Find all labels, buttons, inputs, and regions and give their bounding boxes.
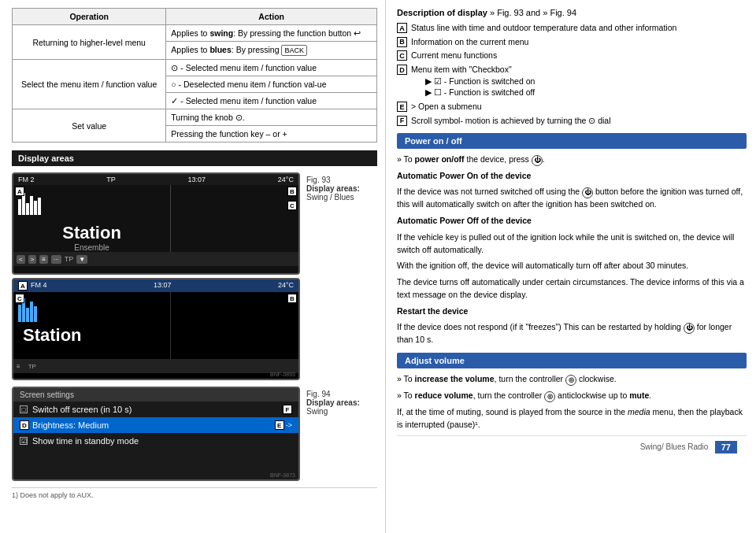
eq-bar <box>30 302 33 322</box>
action-function-key: Pressing the function key – or + <box>166 126 377 143</box>
settings-item-2-left: D Brightness: Medium <box>20 420 109 430</box>
eq-bar <box>18 305 21 322</box>
power-section-header: Power on / off <box>397 133 747 149</box>
table-row: Returning to higher-level menu Applies t… <box>13 25 377 42</box>
operation-returning: Returning to higher-level menu <box>13 25 166 60</box>
volume-para-3: If, at the time of muting, sound is play… <box>397 406 747 431</box>
operations-table: Operation Action Returning to higher-lev… <box>12 8 377 143</box>
desc-text-c: Current menu functions <box>411 50 497 61</box>
fig93-display: FM 2 TP 13:07 24°C A <box>12 172 300 380</box>
table-row: Select the menu item / function value ⊙ … <box>13 60 377 76</box>
fig93-title: Display areas: <box>306 184 377 193</box>
desc-item-d: D Menu item with "Checkbox" ▶ ☑ - Functi… <box>397 64 747 98</box>
checkbox-3[interactable]: ☑ <box>20 437 28 445</box>
nav-next[interactable]: > <box>28 255 37 264</box>
desc-text-b: Information on the current menu <box>411 36 528 48</box>
blues-time: 13:07 <box>154 281 172 291</box>
fig93-subtitle: Swing / Blues <box>306 193 377 202</box>
power-para-5: If the vehicle key is pulled out of the … <box>397 231 747 257</box>
fig94-display: Screen settings □ Switch off screen (in … <box>12 387 300 481</box>
nav-arrow[interactable]: ▼ <box>76 255 87 264</box>
settings-item-1: □ Switch off screen (in 10 s) F <box>13 402 298 417</box>
swing-left: A Station Ensemble <box>13 185 170 252</box>
footnote: 1) Does not apply to AUX. <box>12 487 377 499</box>
page-number: 77 <box>715 441 737 453</box>
nav-mode[interactable]: ··· <box>51 255 61 264</box>
blues-display: A FM 4 13:07 24°C C <box>12 278 300 380</box>
btn-icon-2: ⏻ <box>684 323 695 334</box>
settings-text-2: Brightness: Medium <box>32 420 109 430</box>
action-blues: Applies to blues: By pressing BACK <box>166 42 377 60</box>
settings-text-1: Switch off screen (in 10 s) <box>32 405 132 414</box>
fig93-label: Fig. 93 <box>306 176 377 184</box>
power-para-8: Restart the device <box>397 305 747 318</box>
swing-fm: FM 2 <box>18 176 35 183</box>
desc-text-d: Menu item with "Checkbox" <box>411 64 535 76</box>
blues-top-bar: A FM 4 13:07 24°C <box>13 279 298 292</box>
eq-bar <box>34 306 37 322</box>
swing-display: FM 2 TP 13:07 24°C A <box>12 172 300 275</box>
settings-text-3: Show time in standby mode <box>32 436 139 446</box>
power-para-1: » To power on/off the device, press ⏻. <box>397 154 747 166</box>
blues-fm: FM 4 <box>31 281 47 291</box>
volume-para-1: » To increase the volume, turn the contr… <box>397 373 747 386</box>
swing-temp: 24°C <box>278 176 294 183</box>
footnote-text: Does not apply to AUX. <box>20 491 94 499</box>
label-e: E <box>275 420 284 430</box>
desc-letter-a: A <box>397 23 407 33</box>
tp-label: TP <box>65 255 74 263</box>
settings-item-2-right: E -> <box>275 420 292 430</box>
action-selected: ⊙ - Selected menu item / function value <box>166 60 377 76</box>
swing-main-area: A Station Ensemble <box>13 185 298 252</box>
volume-section-content: » To increase the volume, turn the contr… <box>397 373 747 431</box>
btn-icon-1: ⏻ <box>582 187 593 198</box>
volume-para-2: » To reduce volume, turn the controller … <box>397 390 747 402</box>
table-header-operation: Operation <box>13 9 166 25</box>
blues-tp: TP <box>28 363 36 370</box>
desc-item-b: B Information on the current menu <box>397 36 747 48</box>
desc-sub-d1: ▶ ☑ - Function is switched on <box>425 76 535 87</box>
desc-item-f: F Scroll symbol- motion is achieved by t… <box>397 115 747 127</box>
power-section-content: » To power on/off the device, press ⏻. A… <box>397 154 747 347</box>
eq-bars <box>18 191 165 215</box>
label-f: F <box>283 405 292 414</box>
desc-item-e: E > Open a submenu <box>397 101 747 113</box>
desc-letter-d: D <box>397 65 407 75</box>
fig94-title: Display areas: <box>306 398 377 407</box>
action-deselected: ○ - Deselected menu item / function val-… <box>166 76 377 93</box>
power-para-2: Automatic Power On of the device <box>397 170 747 183</box>
action-swing: Applies to swing: By pressing the functi… <box>166 25 377 42</box>
ctrl-icon-1: ◎ <box>565 375 576 386</box>
desc-text-a: Status line with time and outdoor temper… <box>411 22 676 34</box>
checkbox-1[interactable]: □ <box>20 405 28 413</box>
right-column: Description of display » Fig. 93 and » F… <box>386 0 756 533</box>
nav-list[interactable]: ≡ <box>39 255 48 264</box>
desc-item-a: A Status line with time and outdoor temp… <box>397 22 747 34</box>
fig94-container: Screen settings □ Switch off screen (in … <box>12 387 377 481</box>
fig94-subtitle: Swing <box>306 407 377 416</box>
desc-sub-d2: ▶ ☐ - Function is switched off <box>425 87 535 98</box>
power-para-7: The device turns off automatically under… <box>397 276 747 302</box>
power-para-4: Automatic Power Off of the device <box>397 215 747 228</box>
eq-bar <box>38 198 41 215</box>
fig93-caption: Fig. 93 Display areas: Swing / Blues <box>306 172 377 380</box>
nav-prev[interactable]: < <box>17 255 25 264</box>
footer-brand: Swing/ Blues Radio <box>640 442 709 451</box>
description-title: Description of display » Fig. 93 and » F… <box>397 8 747 17</box>
power-para-3: If the device was not turned switched of… <box>397 186 747 211</box>
fig94-label: Fig. 94 <box>306 390 377 398</box>
label-b: B <box>287 187 297 196</box>
settings-header: Screen settings <box>13 388 298 402</box>
swing-right: B C <box>170 185 298 252</box>
desc-letter-e: E <box>397 102 407 112</box>
table-header-action: Action <box>166 9 377 25</box>
desc-item-c: C Current menu functions <box>397 50 747 61</box>
arrow-right: -> <box>286 421 292 429</box>
bnf-badge-93: BNF-0893 <box>270 372 295 377</box>
desc-letter-c: C <box>397 50 407 61</box>
action-turn-knob: Turning the knob ⊙. <box>166 109 377 126</box>
label-c: C <box>287 201 297 210</box>
blues-b-label: B <box>287 294 297 303</box>
eq-bar <box>26 203 29 215</box>
power-icon: ⏻ <box>532 155 543 166</box>
